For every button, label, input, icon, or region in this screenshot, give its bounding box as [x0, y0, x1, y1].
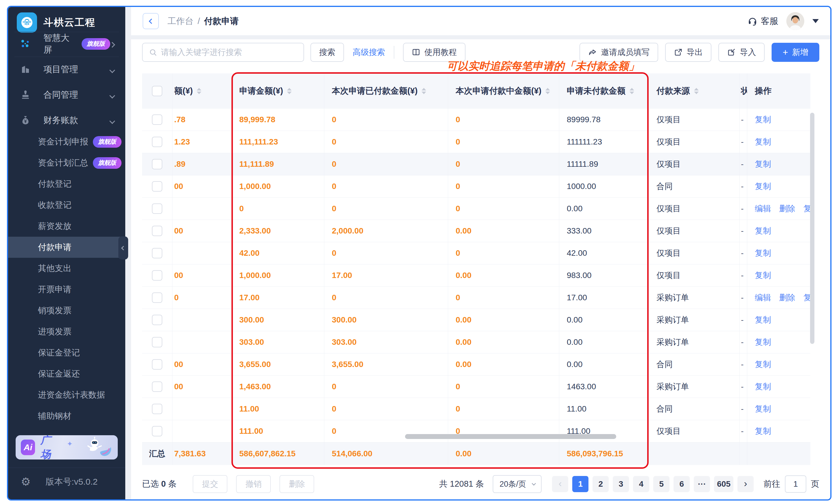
column-header-cut: 额(¥)	[172, 73, 232, 109]
page-button-···[interactable]: ···	[694, 476, 710, 492]
op-copy-link[interactable]: 复制	[755, 359, 771, 370]
cell-ops: 复制	[747, 153, 810, 175]
row-checkbox[interactable]	[152, 270, 162, 281]
row-checkbox[interactable]	[152, 359, 162, 370]
op-delete-link[interactable]: 删除	[779, 292, 795, 303]
add-button[interactable]: + 新增	[772, 43, 819, 62]
support-button[interactable]: 客服	[748, 15, 778, 27]
sidebar-subitem-4[interactable]: 薪资发放	[8, 216, 125, 237]
cell-ops: 复制	[747, 354, 810, 375]
page-size-select[interactable]: 20条/页	[493, 475, 542, 493]
breadcrumb-root[interactable]: 工作台	[168, 15, 193, 27]
row-checkbox[interactable]	[152, 315, 162, 325]
row-checkbox[interactable]	[152, 181, 162, 192]
sidebar-subitem-10[interactable]: 保证金登记	[8, 342, 125, 363]
sort-icon[interactable]	[287, 88, 292, 94]
back-button[interactable]	[143, 13, 159, 29]
sidebar-item-project-mgmt[interactable]: 项目管理	[8, 58, 125, 81]
page-button-4[interactable]: 4	[633, 476, 649, 492]
sidebar-subitem-12[interactable]: 进资金统计表数据	[8, 384, 125, 406]
next-page-button[interactable]: ›	[737, 476, 754, 492]
op-copy-link[interactable]: 复制	[755, 248, 771, 259]
op-copy-link[interactable]: 复制	[755, 181, 771, 192]
op-copy-link[interactable]: 复制	[755, 381, 771, 392]
search-input[interactable]	[161, 48, 297, 57]
sidebar-subitem-0[interactable]: 资金计划申报旗舰版	[8, 131, 125, 152]
op-copy-link[interactable]: 复制	[803, 203, 810, 214]
page-button-3[interactable]: 3	[613, 476, 629, 492]
page-button-5[interactable]: 5	[653, 476, 669, 492]
sort-icon[interactable]	[545, 88, 550, 94]
sidebar-subitem-2[interactable]: 付款登记	[8, 174, 125, 195]
row-checkbox[interactable]	[152, 203, 162, 214]
op-copy-link[interactable]: 复制	[755, 159, 771, 169]
account-menu-caret[interactable]	[812, 19, 819, 23]
goto-page-input[interactable]	[785, 475, 806, 493]
export-button[interactable]: 导出	[665, 43, 712, 62]
sort-icon[interactable]	[422, 88, 426, 94]
book-icon	[412, 48, 421, 57]
sidebar-subitem-8[interactable]: 销项发票	[8, 300, 125, 321]
sidebar-subitem-7[interactable]: 开票申请	[8, 279, 125, 300]
horizontal-scrollbar[interactable]	[405, 434, 616, 439]
advanced-search-link[interactable]: 高级搜索	[353, 47, 385, 58]
op-copy-link[interactable]: 复制	[755, 337, 771, 348]
op-copy-link[interactable]: 复制	[755, 114, 771, 125]
op-copy-link[interactable]: 复制	[755, 270, 771, 281]
cell-apply: 111,111.23	[232, 131, 324, 153]
op-copy-link[interactable]: 复制	[755, 314, 771, 325]
op-edit-link[interactable]: 编辑	[755, 292, 771, 303]
sidebar-item-contract-mgmt[interactable]: 合同管理	[8, 83, 125, 106]
sort-icon[interactable]	[694, 88, 699, 94]
row-checkbox[interactable]	[152, 248, 162, 258]
gear-icon[interactable]: ⚙	[21, 475, 31, 488]
submit-button[interactable]: 提交	[193, 475, 227, 493]
ai-plaza-banner[interactable]: Ai 广场 ✦	[16, 435, 118, 460]
sidebar-subitem-label: 进资金统计表数据	[38, 389, 105, 401]
sidebar-subitem-3[interactable]: 收款登记	[8, 195, 125, 216]
sidebar-subitem-6[interactable]: 其他支出	[8, 258, 125, 279]
op-copy-link[interactable]: 复制	[755, 426, 771, 437]
page-button-6[interactable]: 6	[673, 476, 690, 492]
op-edit-link[interactable]: 编辑	[755, 203, 771, 214]
row-checkbox[interactable]	[152, 159, 162, 169]
sidebar-item-smart-screen[interactable]: 智慧大屏 旗舰版	[8, 32, 125, 55]
op-copy-link[interactable]: 复制	[803, 292, 810, 303]
sidebar-subitem-1[interactable]: 资金计划汇总旗舰版	[8, 152, 125, 174]
goto-label: 前往	[764, 478, 780, 490]
avatar[interactable]	[786, 12, 804, 30]
row-checkbox[interactable]	[152, 226, 162, 236]
op-copy-link[interactable]: 复制	[755, 137, 771, 147]
op-copy-link[interactable]: 复制	[755, 403, 771, 414]
page-button-2[interactable]: 2	[593, 476, 609, 492]
op-copy-link[interactable]: 复制	[755, 226, 771, 236]
search-box[interactable]	[142, 43, 304, 62]
row-checkbox[interactable]	[152, 137, 162, 147]
vertical-scrollbar[interactable]	[810, 113, 815, 344]
sidebar-subitem-5[interactable]: 付款申请	[8, 237, 125, 258]
row-checkbox[interactable]	[152, 426, 162, 436]
sidebar-item-finance[interactable]: 财务账款	[8, 109, 125, 132]
sidebar-subitem-11[interactable]: 保证金返还	[8, 363, 125, 384]
op-delete-link[interactable]: 删除	[779, 203, 795, 214]
app-logo[interactable]: 斗栱云工程	[17, 12, 121, 34]
search-button[interactable]: 搜索	[310, 43, 344, 62]
import-button[interactable]: 导入	[718, 43, 765, 62]
sort-icon[interactable]	[630, 88, 634, 94]
sidebar-subitem-13[interactable]: 辅助钢材	[8, 406, 125, 427]
row-checkbox[interactable]	[152, 114, 162, 125]
page-button-605[interactable]: 605	[714, 476, 733, 492]
row-checkbox[interactable]	[152, 381, 162, 392]
select-all-checkbox[interactable]	[152, 86, 162, 96]
page-button-1[interactable]: 1	[572, 476, 588, 492]
revoke-button[interactable]: 撤销	[236, 475, 271, 493]
row-checkbox[interactable]	[152, 337, 162, 347]
prev-page-button[interactable]: ‹	[552, 476, 568, 492]
sidebar-collapse-handle[interactable]	[118, 236, 128, 259]
row-checkbox[interactable]	[152, 292, 162, 303]
sidebar-subitem-9[interactable]: 进项发票	[8, 321, 125, 342]
sort-icon[interactable]	[197, 88, 201, 94]
row-checkbox[interactable]	[152, 404, 162, 414]
cell-paid: 17.00	[324, 265, 448, 286]
delete-button[interactable]: 删除	[279, 475, 314, 493]
